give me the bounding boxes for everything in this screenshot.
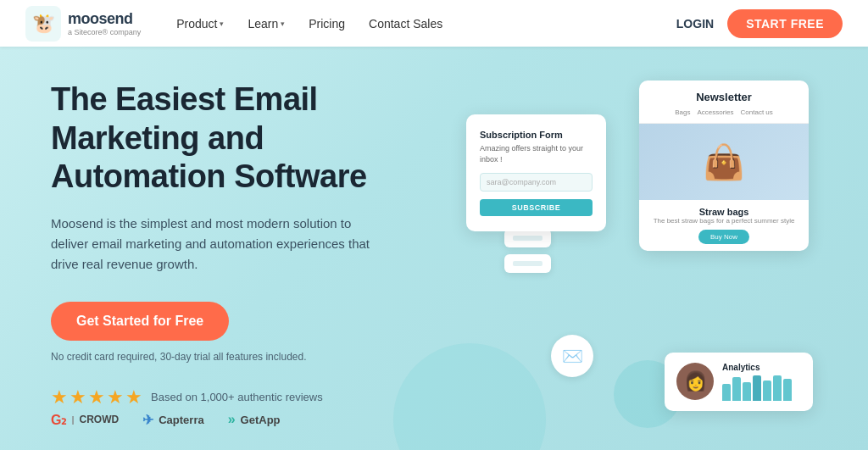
- analytics-title: Analytics: [722, 363, 801, 372]
- hero-subtext: Moosend is the simplest and most modern …: [51, 214, 390, 275]
- subscription-form-title: Subscription Form: [480, 130, 593, 140]
- logo-name: moosend: [68, 10, 141, 28]
- g2-badge: G₂ | CROWD: [51, 412, 119, 428]
- getapp-badge: » GetApp: [228, 412, 281, 427]
- bar-7: [783, 379, 792, 401]
- star-3: ★: [88, 386, 105, 408]
- login-button[interactable]: LOGIN: [676, 17, 714, 31]
- logo-icon: 🐮: [25, 6, 61, 42]
- chevron-down-icon: ▾: [281, 19, 285, 28]
- reviews-text: Based on 1,000+ authentic reviews: [151, 391, 323, 403]
- newsletter-tab-bags: Bags: [675, 108, 690, 116]
- subscription-email-input: sara@company.com: [480, 173, 593, 192]
- subscribe-button[interactable]: SUBSCRIBE: [480, 199, 593, 216]
- hero-note: No credit card required, 30-day trial al…: [51, 351, 441, 363]
- product-name: Straw bags: [649, 207, 798, 217]
- flow-node-2: [504, 229, 551, 247]
- product-desc: The best straw bags for a perfect summer…: [649, 217, 798, 225]
- g2-icon: G₂: [51, 412, 66, 428]
- newsletter-product-image: 👜: [639, 124, 809, 200]
- bar-4: [753, 375, 761, 401]
- nav-learn[interactable]: Learn ▾: [237, 12, 295, 36]
- hero-content: The Easiest Email Marketing and Automati…: [51, 47, 441, 450]
- bar-2: [732, 377, 741, 401]
- nav-contact[interactable]: Contact Sales: [359, 12, 453, 36]
- capterra-label: Capterra: [159, 414, 203, 426]
- analytics-card: 👩 Analytics: [665, 353, 813, 411]
- getapp-label: GetApp: [241, 414, 281, 426]
- logo[interactable]: 🐮 moosend a Sitecore® company: [25, 6, 141, 42]
- hero-headline: The Easiest Email Marketing and Automati…: [51, 81, 441, 197]
- star-5: ★: [125, 386, 142, 408]
- capterra-icon: ✈: [142, 412, 153, 428]
- newsletter-tab-contact: Contact us: [741, 108, 773, 116]
- nav-pricing[interactable]: Pricing: [298, 12, 355, 36]
- nav-right: LOGIN START FREE: [676, 9, 843, 38]
- bar-6: [773, 375, 782, 401]
- chevron-down-icon: ▾: [220, 19, 224, 28]
- start-free-button[interactable]: START FREE: [727, 9, 843, 38]
- stars-row: ★ ★ ★ ★ ★ Based on 1,000+ authentic revi…: [51, 386, 441, 408]
- nav-product[interactable]: Product ▾: [166, 12, 234, 36]
- analytics-content: Analytics: [722, 363, 801, 401]
- subscription-form-desc: Amazing offers straight to your inbox !: [480, 143, 593, 164]
- buy-now-button[interactable]: Buy Now: [698, 230, 749, 244]
- subscription-form-card: Subscription Form Amazing offers straigh…: [466, 114, 606, 231]
- newsletter-body: Straw bags The best straw bags for a per…: [639, 200, 809, 251]
- email-flow-node: ✉️: [551, 335, 593, 377]
- newsletter-tabs: Bags Accessories Contact us: [649, 108, 798, 116]
- bar-3: [743, 382, 751, 401]
- analytics-avatar: 👩: [676, 363, 714, 400]
- analytics-bars: [722, 375, 801, 401]
- capterra-badge: ✈ Capterra: [142, 412, 203, 428]
- flow-node-3: [504, 254, 551, 273]
- g2-separator: |: [71, 414, 74, 425]
- newsletter-tab-accessories: Accessories: [697, 108, 733, 116]
- hero-section: The Easiest Email Marketing and Automati…: [0, 47, 868, 450]
- social-proof: G₂ | CROWD ✈ Capterra » GetApp: [51, 412, 441, 428]
- get-started-button[interactable]: Get Started for Free: [51, 302, 229, 341]
- star-1: ★: [51, 386, 68, 408]
- logo-sub: a Sitecore® company: [68, 28, 141, 36]
- bar-5: [763, 381, 771, 401]
- navigation: 🐮 moosend a Sitecore® company Product ▾ …: [0, 0, 868, 47]
- nav-links: Product ▾ Learn ▾ Pricing Contact Sales: [166, 12, 676, 36]
- logo-text: moosend a Sitecore® company: [68, 10, 141, 36]
- newsletter-header: Newsletter Bags Accessories Contact us: [639, 81, 809, 124]
- star-4: ★: [107, 386, 124, 408]
- bar-1: [722, 384, 731, 401]
- star-2: ★: [70, 386, 86, 408]
- getapp-icon: »: [228, 412, 236, 427]
- newsletter-card: Newsletter Bags Accessories Contact us 👜…: [639, 81, 809, 251]
- crowd-label: CROWD: [80, 414, 120, 425]
- newsletter-title: Newsletter: [649, 91, 798, 103]
